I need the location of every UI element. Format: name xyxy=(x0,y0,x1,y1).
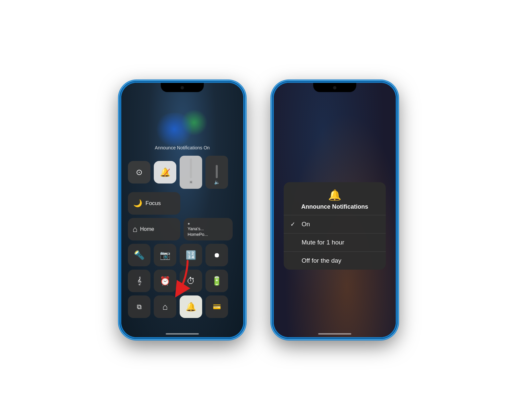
calculator-icon: 🔢 xyxy=(186,250,196,260)
focus-button[interactable]: 🌙 Focus xyxy=(128,192,180,215)
menu-on-label: On xyxy=(302,221,310,228)
battery-icon: 🔋 xyxy=(211,276,222,286)
volume-col: 🔈 xyxy=(205,156,228,189)
volume-icon: 🔈 xyxy=(214,180,220,185)
checkmark-icon: ✓ xyxy=(290,221,297,228)
rotation-lock-icon: ⊙ xyxy=(136,168,143,177)
flashlight-icon: 🔦 xyxy=(134,250,144,260)
cc-row-2: 🌙 Focus xyxy=(128,192,237,215)
home-indicator xyxy=(166,333,199,335)
announce-bell-icon: 🔔 xyxy=(186,302,196,312)
brightness-icon: ☀ xyxy=(189,180,193,185)
homepod-line1: Yana's... xyxy=(188,226,204,232)
calculator-button[interactable]: 🔢 xyxy=(180,244,202,266)
menu-off-label: Off for the day xyxy=(302,257,341,264)
mute-button[interactable]: 🔔̸ xyxy=(154,161,176,184)
menu-bell-icon: 🔔 xyxy=(328,189,341,201)
camera-icon: 📷 xyxy=(160,250,170,260)
smart-home-icon: ⌂ xyxy=(162,302,168,312)
home-icon: ⌂ xyxy=(133,225,138,234)
shazam-icon: 𝄞 xyxy=(137,277,142,285)
mirror-button[interactable]: ⧉ xyxy=(128,295,150,318)
alarm-button[interactable]: ⏰ xyxy=(154,270,176,292)
menu-item-off[interactable]: ✓ Off for the day xyxy=(284,252,386,270)
wallet-icon: 💳 xyxy=(213,303,221,311)
rotation-lock-button[interactable]: ⊙ xyxy=(128,161,150,184)
record-button[interactable]: ⏺ xyxy=(205,244,228,266)
homepod-button[interactable]: ● Yana's... HomePo... xyxy=(184,218,233,240)
stopwatch-button[interactable]: ⏱ xyxy=(180,270,202,292)
cc-row-5: 𝄞 ⏰ ⏱ 🔋 xyxy=(128,270,237,292)
focus-label: Focus xyxy=(145,200,161,207)
notch xyxy=(161,83,204,92)
smart-home-button[interactable]: ⌂ xyxy=(154,295,176,318)
menu-item-mute[interactable]: ✓ Mute for 1 hour xyxy=(284,234,386,252)
menu-mute-label: Mute for 1 hour xyxy=(302,239,344,246)
notch-2 xyxy=(313,83,356,92)
menu-title: Announce Notifications xyxy=(301,203,368,210)
wallet-button[interactable]: 💳 xyxy=(205,295,228,318)
shazam-button[interactable]: 𝄞 xyxy=(128,270,150,292)
home-button[interactable]: ⌂ Home xyxy=(128,218,180,240)
announce-bell-button[interactable]: 🔔 xyxy=(180,295,202,318)
battery-button[interactable]: 🔋 xyxy=(205,270,228,292)
record-icon: ⏺ xyxy=(213,251,220,259)
cc-row-6: ⧉ ⌂ 🔔 💳 xyxy=(128,295,237,318)
announce-label: Announce Notifications On xyxy=(121,145,243,150)
phone-2: 🔔 Announce Notifications ✓ On ✓ Mute for… xyxy=(272,81,398,339)
flashlight-button[interactable]: 🔦 xyxy=(128,244,150,266)
cc-row-1: ⊙ 🔔̸ ☀ 🔈 xyxy=(128,156,237,189)
homepod-line2: HomePo... xyxy=(188,232,208,237)
mirror-icon: ⧉ xyxy=(137,303,142,311)
stopwatch-icon: ⏱ xyxy=(187,276,195,286)
phone-1: Announce Notifications On ⊙ 🔔̸ ☀ xyxy=(119,81,245,339)
brightness-slider[interactable]: ☀ xyxy=(180,156,202,189)
control-center-grid: ⊙ 🔔̸ ☀ 🔈 xyxy=(128,156,237,321)
camera-button[interactable]: 📷 xyxy=(154,244,176,266)
mute-icon: 🔔̸ xyxy=(160,167,170,178)
homepod-dot-icon: ● xyxy=(188,221,190,226)
menu-header: 🔔 Announce Notifications xyxy=(284,182,386,215)
home-label: Home xyxy=(140,226,154,232)
cc-row-4: 🔦 📷 🔢 ⏺ xyxy=(128,244,237,266)
alarm-icon: ⏰ xyxy=(160,276,170,286)
context-menu: 🔔 Announce Notifications ✓ On ✓ Mute for… xyxy=(284,182,386,270)
volume-slider[interactable]: 🔈 xyxy=(205,156,228,189)
brightness-col: ☀ xyxy=(180,156,202,189)
moon-icon: 🌙 xyxy=(133,199,142,208)
cc-row-home: ⌂ Home ● Yana's... HomePo... xyxy=(128,218,237,240)
menu-item-on[interactable]: ✓ On xyxy=(284,215,386,234)
home-indicator-2 xyxy=(318,333,351,335)
